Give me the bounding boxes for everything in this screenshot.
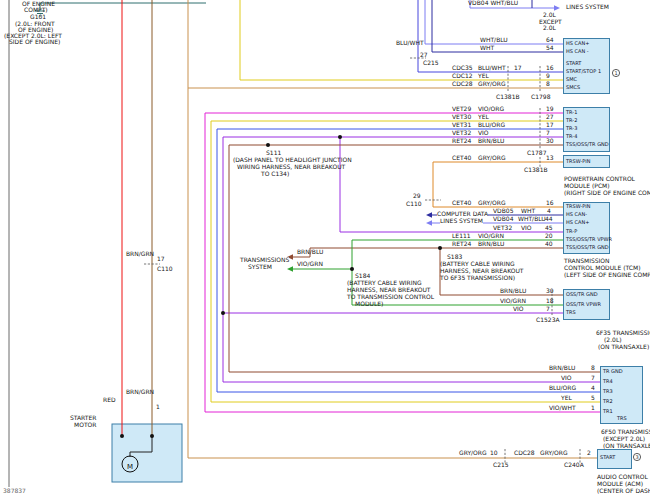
- connector-pin: TSS/OSS/TR GND: [566, 142, 609, 147]
- circuit-label: CDC28: [452, 81, 473, 87]
- wire-ret24-tcm: [293, 248, 563, 257]
- arrow-to-transmissions-vio-grn: [287, 266, 293, 272]
- system-label: SYSTEM: [248, 264, 272, 270]
- connector-pin: START: [600, 455, 615, 460]
- pin-number: 45: [545, 225, 553, 231]
- connector-label: C1787: [527, 150, 546, 156]
- pin-number: 13: [546, 155, 554, 161]
- connector-pin: TR GND: [603, 369, 623, 374]
- note-number: 3: [635, 454, 638, 460]
- circuit-label: GRY/ORG: [478, 200, 506, 206]
- connector-pin: TRS: [617, 416, 627, 421]
- connector-pin: TRSW-PIN: [566, 204, 590, 209]
- circuit-label: RET24: [452, 138, 471, 144]
- pin-number: 30: [546, 138, 554, 144]
- pin-number: 4: [591, 385, 595, 391]
- pin-number: 27: [546, 114, 554, 120]
- connector-label: C110: [157, 266, 173, 272]
- arrow-to-lines-system-top: [554, 5, 560, 11]
- circuit-label: YEL: [478, 73, 489, 79]
- pin-number: 54: [546, 45, 554, 51]
- splice-S183: [438, 246, 442, 250]
- circuit-label: WHT/BLU: [518, 216, 546, 222]
- wire-layer: 13M: [0, 0, 650, 499]
- wiring-diagram: 13M 387837 HS CAN+HS CAN -STARTSTART/STO…: [0, 0, 650, 499]
- circuit-label: BRN/BLU: [478, 138, 504, 144]
- circuit-label: BLU/ORG: [549, 385, 576, 391]
- pin-number: 7: [546, 306, 550, 312]
- pin-number: 18: [546, 298, 554, 304]
- circuit-label: CET40: [452, 155, 471, 161]
- module-caption: (LEFT SIDE OF ENGINE COMPT): [564, 272, 650, 278]
- module-caption: (ON TRANSAXLE): [598, 344, 649, 350]
- circuit-label: WHT: [521, 208, 535, 214]
- circuit-label: VIO: [521, 225, 532, 231]
- pin-number: 19: [546, 106, 554, 112]
- pin-number: 64: [546, 37, 554, 43]
- diagram-label: TO C134): [261, 171, 289, 177]
- diagram-label: TO 6F35 TRANSMISSION): [440, 275, 515, 281]
- connector-pin: TR4: [603, 379, 613, 384]
- circuit-label: VIO/GRN: [500, 298, 526, 304]
- circuit-label: BRN/BLU: [549, 365, 575, 371]
- connector-pin: TRSW-PIN: [566, 159, 590, 164]
- circuit-label: GRY/ORG: [478, 81, 506, 87]
- connector-pin: TR2: [603, 399, 613, 404]
- circuit-label: YEL: [561, 395, 572, 401]
- circuit-label: VIO: [478, 130, 489, 136]
- circuit-label: VET32: [493, 225, 512, 231]
- pin-number: 4: [547, 208, 551, 214]
- connector-pin: SMCS: [566, 85, 580, 90]
- diagram-label: WIRING HARNESS, NEAR BREAKOUT: [237, 164, 345, 170]
- connector-pin: TR-4: [566, 134, 577, 139]
- circuit-label: CDC35: [452, 65, 473, 71]
- connector-pin: TR-2: [566, 118, 577, 123]
- splice-starter-terminal-brn-grn: [150, 434, 154, 438]
- pin-number: 1: [156, 404, 160, 410]
- connector-pin: TSS/OSS/TR VPWR: [566, 237, 612, 242]
- connector-pin: TR-1: [566, 110, 577, 115]
- pin-number: 8: [591, 365, 595, 371]
- connector-pin: OSS/TR GND: [566, 292, 598, 297]
- connector-label: C110: [406, 201, 422, 207]
- wire-le111-vio-grn: [293, 240, 563, 269]
- module-caption: MOTOR: [74, 422, 96, 428]
- circuit-label: VIO/ORG: [478, 106, 504, 112]
- circuit-label: VET29: [452, 106, 471, 112]
- pin-number: 30: [546, 288, 554, 294]
- module-caption: (RIGHT SIDE OF ENGINE COMPT): [564, 190, 650, 196]
- pin-number: 17: [546, 122, 554, 128]
- diagram-label: 2.0L: [543, 25, 556, 31]
- circuit-label: VDB04 WHT/BLU: [468, 0, 518, 6]
- connector-pin: TR3: [603, 389, 613, 394]
- pin-number: 9: [546, 73, 550, 79]
- circuit-label: BRN/GRN: [126, 389, 154, 395]
- arrow-to-data-lines-wht: [426, 212, 432, 218]
- arrow-to-data-lines-wht-blu: [426, 220, 432, 226]
- connector-pin: HS CAN -: [566, 49, 589, 54]
- circuit-label: WHT: [480, 45, 494, 51]
- circuit-label: YEL: [478, 114, 489, 120]
- circuit-label: GRY/ORG: [478, 155, 506, 161]
- circuit-label: BRN/GRN: [126, 251, 154, 257]
- splice-vio-trs-branch: [221, 311, 225, 315]
- connector-label: C1381B: [524, 167, 548, 173]
- pin-number: 27: [420, 52, 428, 58]
- pin-number: 17: [157, 256, 165, 262]
- circuit-label: VDB04: [493, 216, 513, 222]
- system-label: LINES SYSTEM: [566, 4, 609, 10]
- connector-pin: START: [566, 61, 581, 66]
- connector-label: C240A: [564, 462, 584, 468]
- circuit-label: VDB05: [493, 208, 513, 214]
- connector-pin: TSS/OSS/TR GND: [566, 245, 609, 250]
- circuit-label: BLU/WHT: [478, 65, 506, 71]
- module-caption: (CENTER OF DASH): [597, 488, 650, 494]
- circuit-label: BRN/BLU: [297, 249, 323, 255]
- splice-S111: [266, 143, 270, 147]
- circuit-label: RED: [103, 397, 116, 403]
- circuit-label: WHT/BLU: [480, 37, 508, 43]
- note-number: 1: [614, 70, 617, 76]
- motor-symbol-letter: M: [127, 463, 133, 471]
- pin-number: 1: [591, 405, 595, 411]
- pin-number: 10: [490, 450, 498, 456]
